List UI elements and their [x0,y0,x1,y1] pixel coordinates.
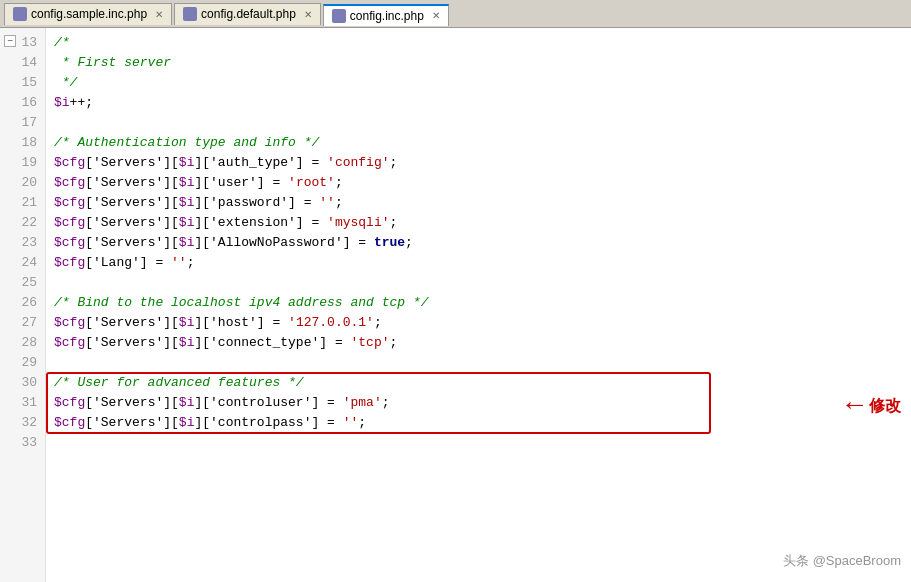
code-text: 'root' [288,175,335,190]
watermark: 头条 @SpaceBroom [783,552,901,570]
code-text: ]['controlpass'] = [194,415,342,430]
code-text: $i [179,175,195,190]
code-text: $cfg [54,315,85,330]
code-line-13: /* [54,32,911,52]
line-numbers-gutter: − 13 14 15 16 17 18 19 20 21 22 23 24 25… [0,28,46,582]
code-text: '' [343,415,359,430]
code-text: $i [179,395,195,410]
gutter-line-19: 19 [0,152,45,172]
tabs-bar: config.sample.inc.php ✕ config.default.p… [0,0,911,28]
code-text: 'tcp' [350,335,389,350]
code-text: /* User for advanced features */ [54,375,304,390]
arrow-icon: ← [846,392,863,420]
code-line-24: $cfg['Lang'] = ''; [54,252,911,272]
code-text: $i [179,235,195,250]
code-text: $i [179,155,195,170]
code-text: ['Lang'] = [85,255,171,270]
code-line-18: /* Authentication type and info */ [54,132,911,152]
tab-label-1: config.sample.inc.php [31,7,147,21]
code-text: ; [358,415,366,430]
gutter-line-21: 21 [0,192,45,212]
code-line-30: /* User for advanced features */ [54,372,911,392]
code-text: $i [179,215,195,230]
code-text: /* Bind to the localhost ipv4 address an… [54,295,428,310]
annotation-text: 修改 [869,396,901,417]
code-text: $cfg [54,155,85,170]
code-text: $cfg [54,215,85,230]
tab-close-3[interactable]: ✕ [432,10,440,21]
gutter-line-26: 26 [0,292,45,312]
tab-icon-2 [183,7,197,21]
gutter-line-14: 14 [0,52,45,72]
code-text: ['Servers'][ [85,195,179,210]
code-text: ; [374,315,382,330]
editor: − 13 14 15 16 17 18 19 20 21 22 23 24 25… [0,28,911,582]
code-text: ]['controluser'] = [194,395,342,410]
gutter-line-25: 25 [0,272,45,292]
code-text: ; [335,175,343,190]
tab-label-2: config.default.php [201,7,296,21]
code-text: $i [179,335,195,350]
code-line-19: $cfg['Servers'][$i]['auth_type'] = 'conf… [54,152,911,172]
code-text: ; [390,335,398,350]
code-line-32: $cfg['Servers'][$i]['controlpass'] = ''; [54,412,911,432]
code-text: ; [390,215,398,230]
tab-config-inc[interactable]: config.inc.php ✕ [323,4,449,26]
arrow-annotation: ← 修改 [846,392,901,420]
code-text: ['Servers'][ [85,315,179,330]
code-text: true [374,235,405,250]
code-line-17 [54,112,911,132]
code-text: ]['extension'] = [194,215,327,230]
gutter-line-18: 18 [0,132,45,152]
code-text: '' [319,195,335,210]
gutter-line-23: 23 [0,232,45,252]
code-text: ; [187,255,195,270]
code-text: $i [179,415,195,430]
code-line-15: */ [54,72,911,92]
code-line-23: $cfg['Servers'][$i]['AllowNoPassword'] =… [54,232,911,252]
code-text: ['Servers'][ [85,395,179,410]
gutter-line-17: 17 [0,112,45,132]
code-text: '127.0.0.1' [288,315,374,330]
code-area: − 13 14 15 16 17 18 19 20 21 22 23 24 25… [0,28,911,582]
code-line-14: * First server [54,52,911,72]
tab-close-2[interactable]: ✕ [304,9,312,20]
tab-label-3: config.inc.php [350,9,424,23]
code-text: ]['connect_type'] = [194,335,350,350]
code-text: $cfg [54,335,85,350]
code-text: ; [382,395,390,410]
code-text: ]['user'] = [194,175,288,190]
tab-icon-3 [332,9,346,23]
code-text: 'pma' [343,395,382,410]
code-text: ]['AllowNoPassword'] = [194,235,373,250]
code-text: 'mysqli' [327,215,389,230]
code-text: 'config' [327,155,389,170]
code-text: ; [335,195,343,210]
code-content[interactable]: /* * First server */ $i++; /* A [46,28,911,582]
gutter-line-31: 31 [0,392,45,412]
code-text: $cfg [54,395,85,410]
code-line-26: /* Bind to the localhost ipv4 address an… [54,292,911,312]
code-text: ]['auth_type'] = [194,155,327,170]
tab-config-sample[interactable]: config.sample.inc.php ✕ [4,3,172,25]
code-text: ; [390,155,398,170]
code-text: ++; [70,95,93,110]
code-text: $cfg [54,415,85,430]
code-text: $i [179,315,195,330]
code-text: * First server [54,55,171,70]
code-text: */ [54,75,77,90]
gutter-line-24: 24 [0,252,45,272]
code-line-28: $cfg['Servers'][$i]['connect_type'] = 't… [54,332,911,352]
code-text: ['Servers'][ [85,335,179,350]
gutter-line-16: 16 [0,92,45,112]
gutter-line-30: 30 [0,372,45,392]
code-line-16: $i++; [54,92,911,112]
tab-close-1[interactable]: ✕ [155,9,163,20]
collapse-icon-13[interactable]: − [4,35,16,47]
tab-config-default[interactable]: config.default.php ✕ [174,3,321,25]
code-text: '' [171,255,187,270]
gutter-line-22: 22 [0,212,45,232]
code-text: $cfg [54,175,85,190]
code-line-33 [54,432,911,452]
gutter-line-28: 28 [0,332,45,352]
